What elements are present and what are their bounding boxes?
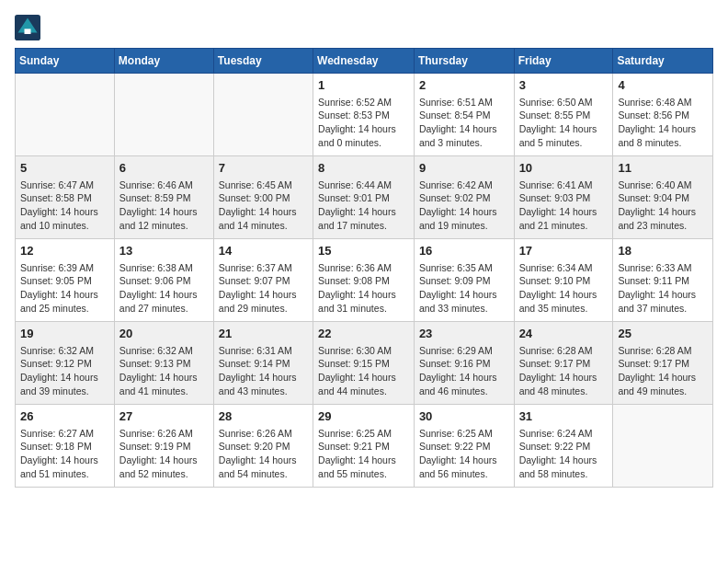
day-number: 31 bbox=[519, 408, 609, 425]
day-number: 17 bbox=[519, 243, 609, 259]
day-info: Sunrise: 6:37 AM Sunset: 9:07 PM Dayligh… bbox=[219, 262, 297, 315]
day-info: Sunrise: 6:40 AM Sunset: 9:04 PM Dayligh… bbox=[618, 179, 696, 232]
day-number: 29 bbox=[318, 408, 409, 425]
day-cell: 8Sunrise: 6:44 AM Sunset: 9:01 PM Daylig… bbox=[313, 156, 415, 239]
day-number: 3 bbox=[519, 77, 609, 94]
weekday-header-tuesday: Tuesday bbox=[213, 49, 313, 74]
day-cell: 4Sunrise: 6:48 AM Sunset: 8:56 PM Daylig… bbox=[613, 74, 713, 156]
weekday-header-sunday: Sunday bbox=[16, 49, 115, 74]
day-info: Sunrise: 6:32 AM Sunset: 9:13 PM Dayligh… bbox=[119, 345, 198, 397]
day-number: 12 bbox=[20, 243, 109, 259]
day-info: Sunrise: 6:28 AM Sunset: 9:17 PM Dayligh… bbox=[618, 345, 696, 397]
day-info: Sunrise: 6:38 AM Sunset: 9:06 PM Dayligh… bbox=[119, 262, 198, 315]
day-number: 30 bbox=[419, 408, 509, 425]
day-cell bbox=[16, 74, 115, 156]
day-cell: 2Sunrise: 6:51 AM Sunset: 8:54 PM Daylig… bbox=[414, 74, 514, 156]
day-cell: 25Sunrise: 6:28 AM Sunset: 9:17 PM Dayli… bbox=[613, 322, 713, 405]
weekday-header-monday: Monday bbox=[114, 49, 213, 74]
weekday-header-row: SundayMondayTuesdayWednesdayThursdayFrid… bbox=[16, 49, 713, 74]
day-info: Sunrise: 6:36 AM Sunset: 9:08 PM Dayligh… bbox=[318, 262, 396, 315]
week-row-1: 1Sunrise: 6:52 AM Sunset: 8:53 PM Daylig… bbox=[16, 74, 713, 156]
day-info: Sunrise: 6:34 AM Sunset: 9:10 PM Dayligh… bbox=[519, 262, 597, 315]
day-info: Sunrise: 6:29 AM Sunset: 9:16 PM Dayligh… bbox=[419, 345, 497, 397]
day-info: Sunrise: 6:25 AM Sunset: 9:21 PM Dayligh… bbox=[318, 428, 396, 480]
day-cell: 24Sunrise: 6:28 AM Sunset: 9:17 PM Dayli… bbox=[514, 322, 613, 405]
day-info: Sunrise: 6:32 AM Sunset: 9:12 PM Dayligh… bbox=[20, 345, 98, 397]
day-number: 4 bbox=[618, 77, 708, 94]
day-number: 5 bbox=[20, 160, 109, 177]
week-row-3: 12Sunrise: 6:39 AM Sunset: 9:05 PM Dayli… bbox=[16, 239, 713, 322]
day-cell: 23Sunrise: 6:29 AM Sunset: 9:16 PM Dayli… bbox=[414, 322, 514, 405]
day-number: 9 bbox=[419, 160, 509, 177]
day-number: 22 bbox=[318, 326, 409, 342]
svg-rect-2 bbox=[25, 29, 31, 34]
page-header bbox=[15, 15, 713, 40]
day-info: Sunrise: 6:26 AM Sunset: 9:19 PM Dayligh… bbox=[119, 428, 198, 480]
day-info: Sunrise: 6:30 AM Sunset: 9:15 PM Dayligh… bbox=[318, 345, 396, 397]
day-info: Sunrise: 6:27 AM Sunset: 9:18 PM Dayligh… bbox=[20, 428, 98, 480]
day-info: Sunrise: 6:35 AM Sunset: 9:09 PM Dayligh… bbox=[419, 262, 497, 315]
day-number: 25 bbox=[618, 326, 708, 342]
day-info: Sunrise: 6:41 AM Sunset: 9:03 PM Dayligh… bbox=[519, 179, 597, 232]
weekday-header-thursday: Thursday bbox=[414, 49, 514, 74]
day-cell: 6Sunrise: 6:46 AM Sunset: 8:59 PM Daylig… bbox=[114, 156, 213, 239]
weekday-header-friday: Friday bbox=[514, 49, 613, 74]
day-cell: 21Sunrise: 6:31 AM Sunset: 9:14 PM Dayli… bbox=[213, 322, 313, 405]
day-cell: 9Sunrise: 6:42 AM Sunset: 9:02 PM Daylig… bbox=[414, 156, 514, 239]
day-number: 28 bbox=[219, 408, 308, 425]
logo-icon bbox=[15, 15, 40, 40]
day-cell bbox=[613, 405, 713, 488]
day-info: Sunrise: 6:45 AM Sunset: 9:00 PM Dayligh… bbox=[219, 179, 297, 232]
day-number: 2 bbox=[419, 77, 509, 94]
day-cell: 11Sunrise: 6:40 AM Sunset: 9:04 PM Dayli… bbox=[613, 156, 713, 239]
day-info: Sunrise: 6:33 AM Sunset: 9:11 PM Dayligh… bbox=[618, 262, 696, 315]
day-number: 14 bbox=[219, 243, 308, 259]
day-info: Sunrise: 6:31 AM Sunset: 9:14 PM Dayligh… bbox=[219, 345, 297, 397]
day-info: Sunrise: 6:39 AM Sunset: 9:05 PM Dayligh… bbox=[20, 262, 98, 315]
day-number: 20 bbox=[119, 326, 209, 342]
day-number: 13 bbox=[119, 243, 209, 259]
weekday-header-saturday: Saturday bbox=[613, 49, 713, 74]
day-info: Sunrise: 6:48 AM Sunset: 8:56 PM Dayligh… bbox=[618, 97, 696, 149]
calendar-table: SundayMondayTuesdayWednesdayThursdayFrid… bbox=[15, 48, 713, 488]
day-number: 16 bbox=[419, 243, 509, 259]
day-cell: 30Sunrise: 6:25 AM Sunset: 9:22 PM Dayli… bbox=[414, 405, 514, 488]
day-number: 27 bbox=[119, 408, 209, 425]
day-info: Sunrise: 6:26 AM Sunset: 9:20 PM Dayligh… bbox=[219, 428, 297, 480]
day-info: Sunrise: 6:25 AM Sunset: 9:22 PM Dayligh… bbox=[419, 428, 497, 480]
day-number: 19 bbox=[20, 326, 109, 342]
day-cell: 16Sunrise: 6:35 AM Sunset: 9:09 PM Dayli… bbox=[414, 239, 514, 322]
day-info: Sunrise: 6:42 AM Sunset: 9:02 PM Dayligh… bbox=[419, 179, 497, 232]
day-number: 15 bbox=[318, 243, 409, 259]
day-number: 24 bbox=[519, 326, 609, 342]
day-number: 1 bbox=[318, 77, 409, 94]
day-cell bbox=[114, 74, 213, 156]
day-cell: 3Sunrise: 6:50 AM Sunset: 8:55 PM Daylig… bbox=[514, 74, 613, 156]
logo bbox=[15, 15, 44, 40]
week-row-2: 5Sunrise: 6:47 AM Sunset: 8:58 PM Daylig… bbox=[16, 156, 713, 239]
day-cell: 12Sunrise: 6:39 AM Sunset: 9:05 PM Dayli… bbox=[16, 239, 115, 322]
day-cell: 20Sunrise: 6:32 AM Sunset: 9:13 PM Dayli… bbox=[114, 322, 213, 405]
day-number: 7 bbox=[219, 160, 308, 177]
day-cell: 14Sunrise: 6:37 AM Sunset: 9:07 PM Dayli… bbox=[213, 239, 313, 322]
day-cell: 10Sunrise: 6:41 AM Sunset: 9:03 PM Dayli… bbox=[514, 156, 613, 239]
day-info: Sunrise: 6:28 AM Sunset: 9:17 PM Dayligh… bbox=[519, 345, 597, 397]
day-info: Sunrise: 6:44 AM Sunset: 9:01 PM Dayligh… bbox=[318, 179, 396, 232]
day-number: 11 bbox=[618, 160, 708, 177]
day-cell: 18Sunrise: 6:33 AM Sunset: 9:11 PM Dayli… bbox=[613, 239, 713, 322]
day-cell: 17Sunrise: 6:34 AM Sunset: 9:10 PM Dayli… bbox=[514, 239, 613, 322]
day-cell: 13Sunrise: 6:38 AM Sunset: 9:06 PM Dayli… bbox=[114, 239, 213, 322]
day-info: Sunrise: 6:47 AM Sunset: 8:58 PM Dayligh… bbox=[20, 179, 98, 232]
weekday-header-wednesday: Wednesday bbox=[313, 49, 415, 74]
day-cell: 22Sunrise: 6:30 AM Sunset: 9:15 PM Dayli… bbox=[313, 322, 415, 405]
day-cell: 27Sunrise: 6:26 AM Sunset: 9:19 PM Dayli… bbox=[114, 405, 213, 488]
day-info: Sunrise: 6:52 AM Sunset: 8:53 PM Dayligh… bbox=[318, 97, 396, 149]
day-number: 21 bbox=[219, 326, 308, 342]
day-cell: 28Sunrise: 6:26 AM Sunset: 9:20 PM Dayli… bbox=[213, 405, 313, 488]
day-number: 18 bbox=[618, 243, 708, 259]
day-cell: 7Sunrise: 6:45 AM Sunset: 9:00 PM Daylig… bbox=[213, 156, 313, 239]
day-info: Sunrise: 6:46 AM Sunset: 8:59 PM Dayligh… bbox=[119, 179, 198, 232]
day-cell: 15Sunrise: 6:36 AM Sunset: 9:08 PM Dayli… bbox=[313, 239, 415, 322]
day-cell: 31Sunrise: 6:24 AM Sunset: 9:22 PM Dayli… bbox=[514, 405, 613, 488]
day-cell: 5Sunrise: 6:47 AM Sunset: 8:58 PM Daylig… bbox=[16, 156, 115, 239]
